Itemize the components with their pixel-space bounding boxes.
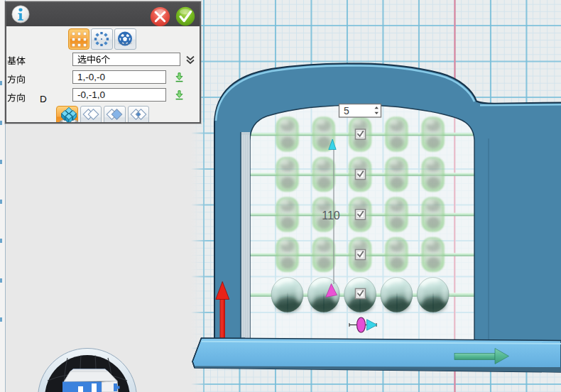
svg-text:110: 110: [322, 209, 340, 222]
svg-text:5: 5: [344, 105, 349, 116]
